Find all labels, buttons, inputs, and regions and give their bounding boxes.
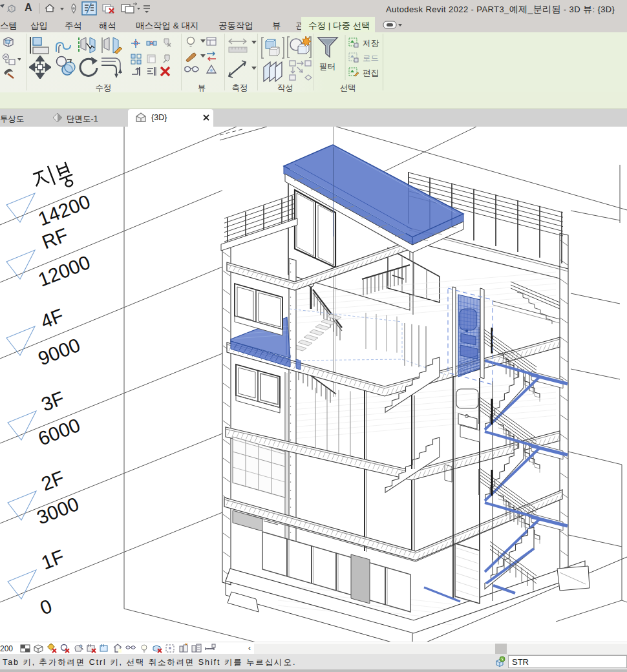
svg-text:14200: 14200 (35, 191, 93, 230)
svg-text:12000: 12000 (35, 251, 93, 291)
svg-text:2F: 2F (38, 467, 67, 494)
svg-text:3000: 3000 (34, 493, 81, 529)
svg-text:4F: 4F (37, 304, 67, 332)
svg-text:1F: 1F (38, 545, 67, 573)
svg-text:0: 0 (37, 595, 54, 619)
svg-text:3F: 3F (38, 387, 67, 415)
svg-text:9000: 9000 (35, 334, 83, 370)
svg-text:1: 1 (10, 6, 14, 12)
